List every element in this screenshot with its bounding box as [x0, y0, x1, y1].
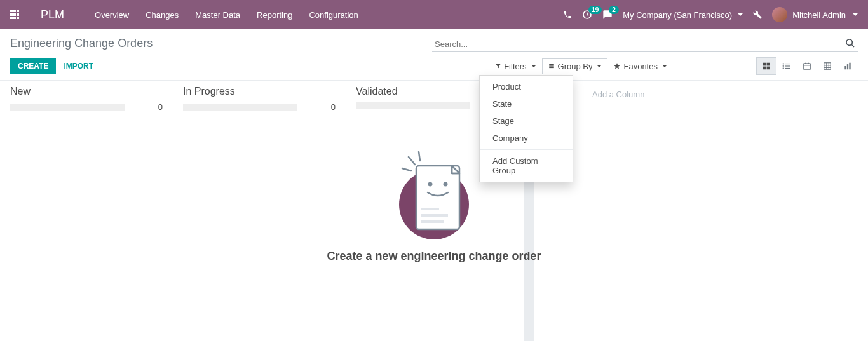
svg-line-2 — [851, 44, 854, 47]
view-calendar-button[interactable] — [797, 57, 817, 75]
svg-rect-16 — [804, 64, 811, 69]
search-input[interactable] — [432, 37, 858, 52]
user-menu[interactable]: Mitchell Admin — [772, 7, 858, 22]
svg-point-13 — [783, 64, 783, 64]
svg-rect-34 — [421, 208, 439, 210]
column-count: 0 — [158, 102, 163, 112]
company-selector[interactable]: My Company (San Francisco) — [623, 10, 743, 20]
svg-point-32 — [428, 182, 433, 187]
svg-point-14 — [783, 65, 783, 66]
svg-rect-36 — [421, 220, 444, 223]
menu-master-data[interactable]: Master Data — [187, 6, 248, 24]
column-progress — [183, 104, 297, 111]
app-brand[interactable]: PLM — [41, 8, 64, 22]
svg-line-37 — [409, 157, 415, 165]
add-column-button[interactable]: Add a Column — [582, 81, 654, 108]
groupby-company[interactable]: Company — [480, 130, 573, 147]
svg-line-39 — [419, 152, 420, 161]
column-title: Validated — [356, 86, 398, 97]
favorites-button[interactable]: Favorites — [607, 58, 672, 74]
svg-point-1 — [846, 39, 852, 45]
message-badge: 2 — [609, 6, 619, 14]
activity-icon[interactable]: 19 — [582, 10, 592, 20]
menu-changes[interactable]: Changes — [138, 6, 186, 24]
svg-rect-7 — [767, 63, 770, 66]
kanban-column-new[interactable]: New 0 — [0, 81, 173, 341]
svg-rect-6 — [763, 63, 766, 66]
menu-configuration[interactable]: Configuration — [301, 6, 365, 24]
column-title: New — [10, 86, 31, 97]
svg-rect-20 — [824, 63, 831, 70]
view-kanban-button[interactable] — [756, 57, 776, 75]
groupby-button[interactable]: Group By — [542, 58, 608, 74]
view-graph-button[interactable] — [837, 57, 858, 75]
menu-reporting[interactable]: Reporting — [249, 6, 300, 24]
phone-icon[interactable] — [563, 10, 572, 19]
column-title: In Progress — [183, 86, 235, 97]
groupby-dropdown: Product State Stage Company Add Custom G… — [479, 75, 573, 182]
groupby-stage[interactable]: Stage — [480, 112, 573, 130]
import-button[interactable]: Import — [56, 58, 101, 74]
svg-rect-27 — [849, 63, 850, 70]
svg-rect-8 — [763, 67, 766, 70]
groupby-add-custom[interactable]: Add Custom Group — [480, 152, 573, 179]
main-menu: Overview Changes Master Data Reporting C… — [87, 6, 366, 24]
column-progress — [10, 104, 125, 111]
groupby-state[interactable]: State — [480, 95, 573, 112]
search-icon[interactable] — [845, 38, 855, 48]
svg-rect-35 — [421, 214, 448, 217]
empty-state-icon — [396, 151, 472, 239]
svg-point-33 — [444, 182, 448, 187]
activity-badge: 19 — [588, 6, 602, 14]
messaging-icon[interactable]: 2 — [602, 10, 613, 20]
empty-state-text: Create a new engineering change order — [275, 250, 593, 263]
svg-rect-9 — [767, 67, 770, 70]
breadcrumb: Engineering Change Orders — [10, 37, 153, 50]
menu-overview[interactable]: Overview — [87, 6, 137, 24]
view-pivot-button[interactable] — [817, 57, 837, 75]
view-list-button[interactable] — [776, 57, 797, 75]
svg-rect-29 — [416, 166, 459, 229]
dropdown-divider — [480, 149, 573, 150]
svg-point-15 — [783, 68, 783, 69]
apps-launcher-icon[interactable] — [10, 10, 20, 20]
filters-button[interactable]: Filters — [489, 58, 541, 74]
svg-line-38 — [402, 168, 411, 171]
create-button[interactable]: Create — [10, 58, 56, 74]
debug-icon[interactable] — [753, 10, 762, 19]
svg-rect-25 — [844, 66, 846, 69]
svg-rect-26 — [847, 64, 848, 69]
column-count: 0 — [331, 102, 336, 112]
groupby-product[interactable]: Product — [480, 78, 573, 95]
column-progress — [356, 102, 470, 109]
avatar — [772, 7, 787, 22]
